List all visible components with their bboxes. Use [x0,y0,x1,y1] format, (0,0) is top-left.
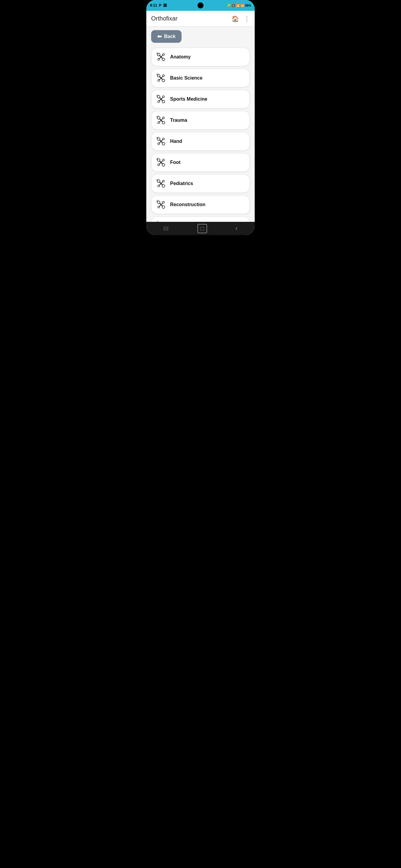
category-label-anatomy: Anatomy [170,54,191,60]
svg-line-69 [157,201,158,201]
svg-line-51 [157,158,158,159]
signal-icon: 📶 [240,4,244,7]
app-title: Orthofixar [151,15,178,22]
svg-line-61 [158,179,158,180]
svg-line-16 [158,73,158,74]
svg-line-33 [157,116,158,117]
content-area: ⬅ Back Anatomy Basic Scie [146,27,255,222]
status-time: 9:11 [150,3,157,7]
nav-menu-button[interactable]: ||| [158,223,175,234]
back-arrow-icon: ⬅ [157,33,162,40]
svg-line-52 [158,158,158,158]
svg-line-62 [157,180,157,181]
svg-line-7 [158,53,158,53]
status-bar: 9:11 P 🖼 🔑 🔇 📶 📶 55% [146,0,255,11]
back-button-label: Back [164,34,175,39]
svg-line-25 [158,95,158,95]
category-list: Anatomy Basic Science Sports Medicine [151,48,250,222]
svg-line-70 [158,200,158,201]
category-item-pediatrics[interactable]: Pediatrics [151,174,250,193]
svg-line-35 [157,117,157,117]
more-menu-icon[interactable]: ⋮ [244,15,250,22]
svg-line-17 [157,75,157,75]
category-item-pathology[interactable]: Pathology [151,216,250,222]
app-bar-icons: 🏠 ⋮ [232,15,250,22]
category-item-trauma[interactable]: Trauma [151,111,250,130]
svg-line-60 [157,180,158,180]
category-label-pediatrics: Pediatrics [170,181,193,186]
svg-line-42 [157,137,158,138]
bone-icon [156,73,166,83]
home-icon[interactable]: 🏠 [232,15,239,22]
bone-icon [156,94,166,104]
key-icon: 🔑 [227,4,231,7]
category-label-trauma: Trauma [170,118,187,123]
back-button[interactable]: ⬅ Back [151,30,181,43]
svg-line-53 [157,159,157,159]
svg-line-6 [157,53,158,54]
svg-line-24 [157,95,158,96]
bone-icon [156,200,166,210]
svg-line-15 [157,74,158,75]
category-label-foot: Foot [170,160,180,165]
svg-line-8 [157,54,157,54]
camera-notch [198,2,203,8]
category-label-sports-medicine: Sports Medicine [170,96,207,102]
svg-line-71 [157,201,157,202]
bottom-nav: ||| □ ‹ [146,222,255,235]
bone-icon [156,52,166,62]
category-label-reconstruction: Reconstruction [170,202,205,207]
svg-line-43 [158,137,158,137]
bone-icon [156,116,166,125]
category-label-basic-science: Basic Science [170,75,203,81]
bone-icon [156,179,166,188]
gallery-icon: 🖼 [163,3,167,7]
category-item-sports-medicine[interactable]: Sports Medicine [151,90,250,108]
bone-icon [156,158,166,167]
category-item-foot[interactable]: Foot [151,153,250,172]
wifi-icon: 📶 [236,4,240,7]
nav-home-button[interactable]: □ [198,224,207,233]
status-bar-right: 🔑 🔇 📶 📶 55% [227,4,251,7]
app-bar: Orthofixar 🏠 ⋮ [146,11,255,27]
category-label-hand: Hand [170,138,182,144]
svg-line-26 [157,96,157,96]
category-item-reconstruction[interactable]: Reconstruction [151,195,250,214]
bone-icon [156,136,166,146]
mute-icon: 🔇 [232,4,235,7]
category-item-anatomy[interactable]: Anatomy [151,48,250,66]
category-item-hand[interactable]: Hand [151,132,250,151]
status-carrier: P [159,3,161,7]
battery-text: 55% [245,4,251,7]
nav-back-button[interactable]: ‹ [229,222,243,235]
category-item-basic-science[interactable]: Basic Science [151,69,250,87]
svg-line-44 [157,138,157,138]
svg-line-34 [158,116,158,116]
status-bar-left: 9:11 P 🖼 [150,3,167,7]
phone-wrapper: 9:11 P 🖼 🔑 🔇 📶 📶 55% Orthofixar 🏠 ⋮ ⬅ Ba… [146,0,255,235]
